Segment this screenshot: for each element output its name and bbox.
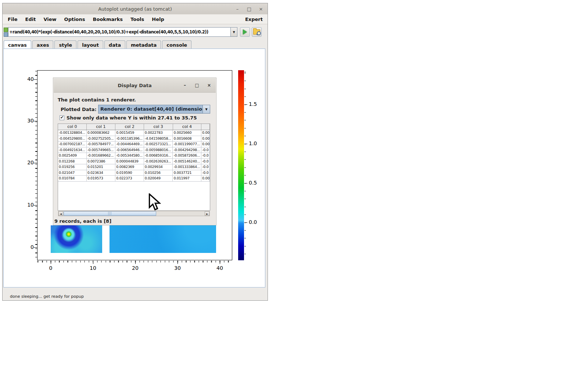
table-cell[interactable]: 0.015201 bbox=[87, 164, 116, 170]
tab-layout[interactable]: layout bbox=[78, 40, 103, 49]
tab-axes[interactable]: axes bbox=[32, 40, 54, 49]
table-cell[interactable]: 0.011997 bbox=[173, 176, 201, 182]
table-cell[interactable]: -0.004921634... bbox=[58, 147, 87, 153]
table-cell[interactable]: 0.012268 bbox=[58, 159, 87, 165]
menu-item-edit[interactable]: Edit bbox=[25, 17, 36, 22]
table-cell[interactable]: 0.022373 bbox=[115, 176, 144, 182]
table-cell[interactable]: -0.005146240... bbox=[173, 159, 201, 165]
minimize-icon[interactable]: – bbox=[234, 6, 240, 12]
dialog-title-bar[interactable]: Display Data – □ × bbox=[54, 78, 216, 93]
table-cell[interactable]: 0.00 bbox=[201, 142, 210, 147]
table-header-cell[interactable]: col 2 bbox=[115, 124, 144, 130]
table-cell[interactable]: -0.007002187... bbox=[58, 142, 87, 147]
dialog-close-icon[interactable]: × bbox=[207, 83, 212, 88]
table-cell[interactable]: 0.00 bbox=[201, 130, 210, 136]
x-tick-label: 10 bbox=[86, 265, 100, 271]
maximize-icon[interactable]: □ bbox=[246, 6, 252, 12]
plotted-data-label: Plotted Data: bbox=[61, 107, 97, 112]
menu-item-file[interactable]: File bbox=[8, 17, 18, 22]
table-cell[interactable]: -0.001185396... bbox=[115, 136, 144, 142]
scrollbar-thumb[interactable]: ||| bbox=[64, 211, 156, 216]
tab-style[interactable]: style bbox=[54, 40, 76, 49]
dialog-minimize-icon[interactable]: – bbox=[182, 83, 187, 88]
table-cell[interactable]: 0.0022783 bbox=[144, 130, 173, 136]
table-cell[interactable]: 0.0082369 bbox=[115, 164, 144, 170]
table-cell[interactable]: -0.0 bbox=[201, 159, 210, 165]
table-cell[interactable]: -0.0 bbox=[201, 147, 210, 153]
table-cell[interactable]: -0.004464469... bbox=[115, 142, 144, 147]
scroll-right-icon[interactable]: ▶ bbox=[205, 211, 209, 216]
table-cell[interactable]: -0.005749665... bbox=[87, 147, 116, 153]
go-button[interactable] bbox=[240, 27, 250, 37]
table-cell[interactable]: -0.002752505... bbox=[87, 136, 116, 142]
inspect-uri-button[interactable] bbox=[252, 27, 262, 37]
table-cell[interactable]: 0.0025660 bbox=[173, 130, 201, 136]
table-cell[interactable]: 0.0072386 bbox=[87, 159, 116, 165]
menu-item-view[interactable]: View bbox=[43, 17, 56, 22]
table-header-cell[interactable]: col 3 bbox=[144, 124, 173, 130]
uri-input[interactable] bbox=[9, 28, 230, 36]
table-cell[interactable]: -0.005988016... bbox=[144, 147, 173, 153]
menu-item-help[interactable]: Help bbox=[152, 17, 164, 22]
menu-item-tools[interactable]: Tools bbox=[130, 17, 144, 22]
table-cell[interactable]: 0.0015459 bbox=[115, 130, 144, 136]
table-cell[interactable]: 0.019573 bbox=[87, 176, 116, 182]
table-cell[interactable]: -0.005784977... bbox=[87, 142, 116, 147]
scroll-left-icon[interactable]: ◀ bbox=[58, 211, 63, 216]
tab-canvas[interactable]: canvas bbox=[4, 40, 31, 49]
table-cell[interactable]: 0.000044839 bbox=[115, 159, 144, 165]
colorbar-major-tick bbox=[244, 222, 247, 223]
table-cell[interactable]: -0.001333864... bbox=[173, 164, 201, 170]
table-cell[interactable]: -0.005344580... bbox=[115, 153, 144, 159]
table-cell[interactable]: -0.001199077... bbox=[173, 142, 201, 147]
tab-data[interactable]: data bbox=[104, 40, 125, 49]
expert-toggle[interactable]: Expert bbox=[245, 17, 263, 22]
table-header-cell[interactable]: col 4 bbox=[173, 124, 202, 130]
close-icon[interactable]: × bbox=[258, 6, 264, 12]
table-cell[interactable]: 0.000083662 bbox=[87, 130, 116, 136]
table-cell[interactable]: -0.0 bbox=[201, 170, 210, 176]
table-cell[interactable]: -4.041598058... bbox=[144, 136, 173, 142]
table-cell[interactable]: 0.020049 bbox=[144, 176, 173, 182]
menu-item-bookmarks[interactable]: Bookmarks bbox=[93, 17, 123, 22]
tab-console[interactable]: console bbox=[162, 40, 191, 49]
tab-metadata[interactable]: metadata bbox=[126, 40, 161, 49]
data-source-icon[interactable] bbox=[4, 32, 8, 37]
table-cell[interactable]: -0.002639263... bbox=[144, 159, 173, 165]
table-cell[interactable]: -0.001689662... bbox=[87, 153, 116, 159]
title-bar[interactable]: Autoplot untagged (as tomcat) – □ × bbox=[3, 3, 268, 14]
menu-item-options[interactable]: Options bbox=[64, 17, 85, 22]
table-cell[interactable]: -0.0 bbox=[201, 164, 210, 170]
table-cell[interactable]: 0.021047 bbox=[58, 170, 87, 176]
table-cell[interactable]: 0.0037721 bbox=[173, 170, 201, 176]
table-cell[interactable]: 0.0025409 bbox=[58, 153, 87, 159]
table-header-cell[interactable]: col 1 bbox=[87, 124, 116, 130]
table-cell[interactable]: -0.001328804... bbox=[58, 130, 87, 136]
horizontal-scrollbar[interactable]: ◀ ||| ▶ bbox=[58, 211, 210, 216]
combobox-arrow-button[interactable]: ▼ bbox=[202, 105, 210, 113]
table-cell[interactable]: 0.0029934 bbox=[144, 164, 173, 170]
table-cell[interactable]: 0.0016608 bbox=[173, 136, 201, 142]
table-cell[interactable]: 0.00 bbox=[201, 136, 210, 142]
table-cell[interactable]: 0.010784 bbox=[58, 176, 87, 182]
table-cell[interactable]: -0.0 bbox=[201, 153, 210, 159]
colorbar[interactable] bbox=[238, 70, 244, 260]
uri-dropdown-button[interactable]: ▼ bbox=[230, 27, 237, 37]
table-cell[interactable]: 0.010256 bbox=[144, 170, 173, 176]
table-cell[interactable]: 0.019590 bbox=[115, 170, 144, 176]
plot-element-icon[interactable] bbox=[4, 28, 8, 32]
table-cell[interactable]: -0.006859316... bbox=[144, 153, 173, 159]
table-cell[interactable]: -0.006564946... bbox=[115, 147, 144, 153]
dialog-maximize-icon[interactable]: □ bbox=[194, 83, 200, 88]
table-cell[interactable]: -0.004529800... bbox=[58, 136, 87, 142]
table-header-cell[interactable]: col 0 bbox=[58, 124, 87, 130]
table-cell[interactable]: 0.019256 bbox=[58, 164, 87, 170]
table-header-cell[interactable] bbox=[201, 124, 210, 130]
table-cell[interactable]: 0.00 bbox=[201, 176, 210, 182]
filter-checkbox[interactable]: ✔ bbox=[60, 115, 64, 120]
table-cell[interactable]: -0.005872606... bbox=[173, 153, 201, 159]
plotted-data-combobox[interactable]: Renderer 0: dataset[40,40] (dimension...… bbox=[98, 105, 210, 114]
table-cell[interactable]: -0.002573321... bbox=[144, 142, 173, 147]
table-cell[interactable]: 0.023634 bbox=[87, 170, 116, 176]
table-cell[interactable]: -0.004294298... bbox=[173, 147, 201, 153]
